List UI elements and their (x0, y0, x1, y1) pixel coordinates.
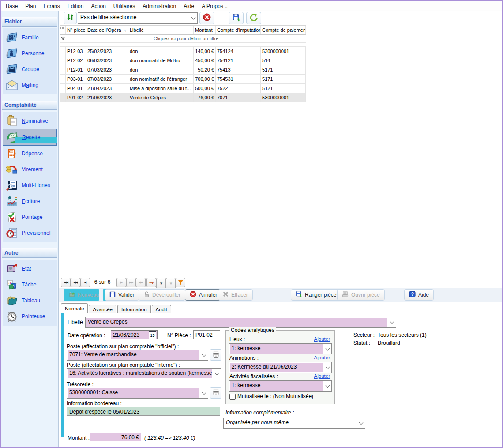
save-filter-button[interactable] (229, 12, 244, 24)
chevron-down-icon[interactable] (323, 381, 331, 391)
nav-next-button[interactable]: ▶ (116, 278, 126, 287)
sidebar-item-personne[interactable]: Personne (3, 45, 57, 61)
table-row[interactable]: P04-01 21/04/2023 Mise à diposition sall… (60, 84, 306, 93)
table-row[interactable]: P12-01 07/03/2023 don 50,20 € 75413 5171 (60, 65, 306, 75)
sidebar-item-multilignes[interactable]: Multi-Lignes (3, 177, 57, 193)
col-header-piece[interactable]: N° pièce (66, 26, 86, 34)
chevron-down-icon[interactable] (200, 388, 208, 398)
refresh-button[interactable] (246, 12, 261, 24)
nav-fast-prev-button[interactable]: ◀◀ (71, 278, 80, 287)
lieux-ajouter-link[interactable]: Ajouter (314, 336, 330, 342)
sidebar-item-tache[interactable]: ac Tâche (3, 277, 57, 293)
sidebar-item-recette[interactable]: Recette (3, 129, 57, 146)
nav-filter-button[interactable] (176, 278, 185, 287)
sidebar-item-pointeuse[interactable]: Pointeuse (3, 309, 57, 324)
sidebar-item-nominative[interactable]: Nominative (3, 113, 57, 129)
table-row-selected[interactable]: P01-02 21/06/2023 Vente de Crêpes 76,00 … (60, 93, 306, 102)
poste-interne-select[interactable]: 16: Activités lucratives : manifestation… (67, 368, 221, 379)
sidebar-item-ecriture[interactable]: Ecriture (3, 193, 57, 209)
clear-filter-button[interactable] (199, 12, 214, 24)
menu-ecrans[interactable]: Ecrans (43, 3, 60, 9)
ouvrir-piece-button[interactable]: Ouvrir pièce (337, 289, 385, 301)
chevron-down-icon[interactable] (323, 344, 331, 354)
menu-base[interactable]: Base (6, 3, 18, 9)
nav-undo-button[interactable]: ↪ (146, 278, 156, 287)
sidebar-item-famille[interactable]: Famille (3, 30, 57, 45)
sidebar-item-pointage[interactable]: Pointage (3, 209, 57, 225)
menu-administration[interactable]: Administration (143, 3, 176, 9)
info-complementaire-select[interactable]: Organisée par nous même (223, 418, 365, 429)
nav-prev-button[interactable]: ◀ (80, 278, 90, 287)
lieux-select[interactable]: 1: kermesse (229, 343, 332, 354)
tab-information[interactable]: Information (117, 305, 151, 313)
sidebar-item-label: Etat (22, 266, 31, 272)
chevron-down-icon[interactable] (213, 369, 221, 379)
filter-select[interactable]: Pas de filtre sélectionné (78, 12, 198, 24)
poste-officiel-select[interactable]: 7071: Vente de marchandise (67, 350, 208, 361)
effacer-button[interactable]: Effacer (218, 289, 253, 301)
sidebar-item-groupe[interactable]: Groupe (3, 61, 57, 77)
aide-button[interactable]: ? Aide (404, 289, 434, 301)
menu-utilitaires[interactable]: Utilitaires (113, 3, 135, 9)
ranger-piece-button[interactable]: Ranger pièce (291, 289, 341, 301)
menu-edition[interactable]: Edition (68, 3, 84, 9)
numero-piece-field[interactable]: P01-02 (193, 330, 220, 339)
sidebar-item-label: Personne (22, 50, 44, 56)
date-operation-field[interactable]: 21/06/2023 15 (111, 330, 158, 339)
sidebar-item-mailing[interactable]: Mailing (3, 77, 57, 93)
menu-a-propos[interactable]: A Propos .. (202, 3, 228, 9)
col-header-montant[interactable]: Montant (194, 26, 216, 34)
nouveau-button[interactable]: Nouveau (64, 289, 103, 301)
tab-normale[interactable]: Normale (61, 303, 88, 313)
filter-hint-text: Cliquez ici pour définir un filtre (66, 35, 306, 42)
sort-arrows-icon (66, 13, 74, 23)
sidebar-item-depense[interactable]: Dépense (3, 146, 57, 162)
calendar-icon[interactable]: 15 (149, 331, 156, 339)
tab-audit[interactable]: Audit (152, 305, 171, 313)
tresorerie-select[interactable]: 5300000001: Caisse (67, 388, 208, 399)
table-row[interactable]: P12-03 25/02/2023 don 140,00 € 754124 53… (60, 47, 306, 56)
tresorerie-plan-button[interactable] (210, 387, 221, 399)
nav-last-button[interactable]: ▶▶| (136, 278, 146, 287)
chevron-down-icon[interactable] (200, 350, 208, 360)
deverouiller-button[interactable]: Dévérouiller (139, 289, 185, 301)
sort-button[interactable] (64, 12, 77, 24)
tab-avancee[interactable]: Avancée (89, 305, 116, 313)
menu-aide[interactable]: Aide (184, 3, 194, 9)
col-header-date[interactable]: Date de l'Opéra△ (86, 26, 128, 34)
sidebar-item-virement[interactable]: Virement (3, 162, 57, 177)
fiscalisees-ajouter-link[interactable]: Ajouter (314, 373, 330, 379)
col-header-paiement[interactable]: Compte de paiement (261, 26, 306, 34)
nav-fast-next-button[interactable]: ▶▶ (126, 278, 136, 287)
animations-select[interactable]: 2: Kermesse du 21/06/2023 (229, 362, 332, 373)
poste-officiel-plan-button[interactable] (210, 349, 221, 361)
menu-action[interactable]: Action (91, 3, 105, 9)
sidebar-item-label: Virement (22, 166, 43, 173)
fiscalisees-select[interactable]: 1: kermesse (229, 380, 332, 392)
sidebar-item-tableau[interactable]: Tableau (3, 293, 57, 309)
sidebar-item-label: Nominative (22, 118, 48, 124)
unlock-icon (143, 291, 150, 299)
valider-button[interactable]: Valider (105, 289, 139, 301)
table-row[interactable]: P03-01 07/03/2023 don nominatif de l'étr… (60, 75, 306, 84)
person-icon (5, 47, 19, 60)
sidebar-item-etat[interactable]: Etat (3, 261, 57, 277)
libelle-select[interactable]: Vente de Crêpes (85, 317, 396, 328)
forecast-clock-icon (5, 226, 19, 240)
table-filter-row[interactable]: Cliquez ici pour définir un filtre (60, 35, 306, 43)
row-selector-header-icon[interactable] (60, 26, 66, 34)
mutualisee-checkbox[interactable] (229, 394, 236, 400)
animations-ajouter-link[interactable]: Ajouter (314, 355, 330, 360)
col-header-imputation[interactable]: Compte d'imputation (216, 26, 261, 34)
table-row[interactable]: P12-02 06/03/2023 don nominatif de MrBru… (60, 56, 306, 65)
montant-field[interactable]: 76,00 € (90, 433, 141, 441)
sidebar-item-previsionnel[interactable]: Previsionnel (3, 225, 57, 241)
chevron-down-icon[interactable] (323, 362, 331, 373)
chevron-down-icon[interactable] (357, 418, 365, 428)
menu-plan[interactable]: Plan (25, 3, 36, 9)
annuler-button[interactable]: Annuler (185, 289, 222, 301)
chevron-down-icon[interactable] (388, 317, 396, 327)
nav-first-button[interactable]: |◀◀ (61, 278, 71, 287)
col-header-libelle[interactable]: Libellé (128, 26, 194, 34)
chevron-down-icon[interactable] (189, 13, 197, 23)
